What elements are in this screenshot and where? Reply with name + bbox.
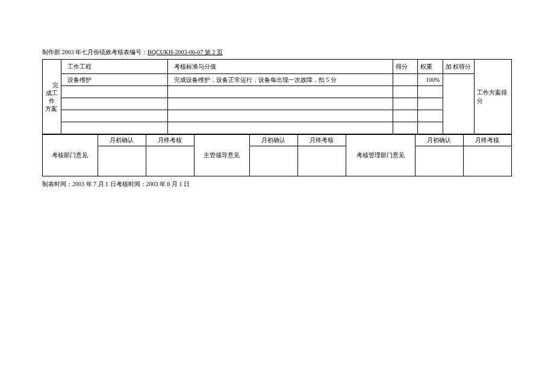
cell-weight (418, 98, 443, 110)
col-header-task: 工作工程 (61, 60, 168, 74)
cell-task (61, 110, 168, 122)
cell-standard (167, 122, 393, 134)
sig-cell (249, 146, 297, 176)
sig-col-confirm: 月初确认 (415, 135, 463, 146)
sig-label-dept: 考核部门意见 (43, 135, 98, 176)
cell-standard (167, 98, 393, 110)
cell-weight (418, 122, 443, 134)
doc-number: BQCUKH-2003-06-07 第 2 页 (148, 49, 223, 55)
cell-score (393, 74, 418, 86)
table-row (43, 86, 512, 98)
cell-task: 设备维护 (61, 74, 168, 86)
col-header-weight: 权重 (418, 60, 443, 74)
side-label: 完 成工作 方案 (44, 81, 60, 113)
document-header: 制作部 2003 年七月份绩效考核表编号：BQCUKH-2003-06-07 第… (42, 48, 512, 57)
sig-label-leader: 主管领导意见 (195, 135, 250, 176)
cell-score (393, 98, 418, 110)
cell-task (61, 122, 168, 134)
table-row (43, 98, 512, 110)
cell-weight: 100% (418, 74, 443, 86)
signature-body-row (43, 146, 512, 176)
sig-label-mgmt: 考核管理部门意见 (346, 135, 416, 176)
main-assessment-table: 完 成工作 方案 工作工程 考核标准与分值 得分 权重 加 权得分 工作方案得分… (42, 59, 512, 134)
sig-col-assess: 月终考核 (297, 135, 346, 146)
sig-col-confirm: 月初确认 (98, 135, 146, 146)
header-prefix: 制作部 2003 年七月份绩效考核表编号： (42, 49, 148, 55)
cell-score (393, 86, 418, 98)
signature-table: 考核部门意见 月初确认 月终考核 主管领导意见 月初确认 月终考核 考核管理部门… (42, 134, 512, 176)
table-row: 设备维护 完成设备维护，设备正常运行，设备每出现一次故障，扣 5 分 100% (43, 74, 512, 86)
sig-cell (297, 146, 346, 176)
cell-standard: 完成设备维护，设备正常运行，设备每出现一次故障，扣 5 分 (167, 74, 393, 86)
cell-standard (167, 110, 393, 122)
cell-score (393, 122, 418, 134)
sig-cell (415, 146, 463, 176)
side-label-cell: 完 成工作 方案 (43, 60, 61, 134)
cell-task (61, 98, 168, 110)
col-header-score: 得分 (393, 60, 418, 74)
sig-col-confirm: 月初确认 (249, 135, 297, 146)
col-header-wscore: 加 权得分 (443, 60, 474, 74)
sig-cell (98, 146, 146, 176)
table-row (43, 122, 512, 134)
sig-cell (146, 146, 194, 176)
sig-col-assess: 月终考核 (463, 135, 511, 146)
cell-weight (418, 86, 443, 98)
sig-cell (463, 146, 511, 176)
table-header-row: 完 成工作 方案 工作工程 考核标准与分值 得分 权重 加 权得分 工作方案得分 (43, 60, 512, 74)
cell-standard (167, 86, 393, 98)
cell-task (61, 86, 168, 98)
cell-score (393, 110, 418, 122)
cell-weight (418, 110, 443, 122)
footer-text: 制表时间：2003 年 7 月 1 日考核时间：2003 年 8 月 1 日 (42, 180, 512, 188)
signature-header-row: 考核部门意见 月初确认 月终考核 主管领导意见 月初确认 月终考核 考核管理部门… (43, 135, 512, 146)
cell-wscore (443, 74, 474, 134)
sig-col-assess: 月终考核 (146, 135, 194, 146)
col-header-plan: 工作方案得分 (474, 60, 511, 134)
table-row (43, 110, 512, 122)
col-header-standard: 考核标准与分值 (167, 60, 393, 74)
